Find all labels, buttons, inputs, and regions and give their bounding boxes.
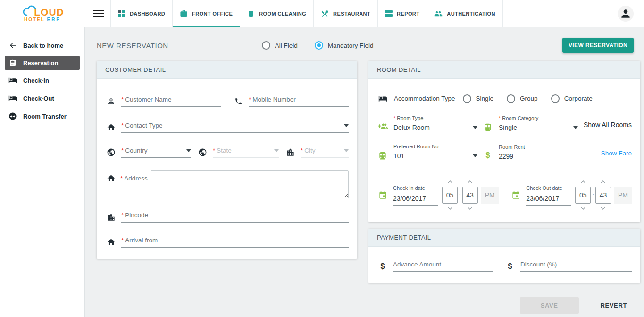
chevron-down-icon bbox=[573, 126, 578, 129]
tab-report[interactable]: REPORT bbox=[377, 0, 427, 27]
field-label: Room Category bbox=[502, 115, 538, 121]
group-add-icon bbox=[377, 121, 388, 131]
sidebar-item-check-out[interactable]: Check-Out bbox=[5, 91, 80, 106]
time-separator: : bbox=[592, 192, 594, 199]
trash-icon bbox=[247, 10, 255, 17]
show-all-rooms-link[interactable]: Show All Rooms bbox=[584, 121, 632, 129]
bed-icon bbox=[8, 76, 17, 85]
building-icon bbox=[105, 213, 117, 222]
sidebar-item-label: Back to home bbox=[23, 42, 63, 49]
dollar-icon: $ bbox=[482, 151, 493, 160]
checkin-minute-up-button[interactable] bbox=[466, 180, 474, 185]
accommodation-type-label: Accommodation Type bbox=[394, 95, 455, 102]
room-type-select[interactable]: Delux Room bbox=[393, 124, 477, 135]
show-fare-link[interactable]: Show Fare bbox=[601, 150, 632, 157]
checkout-minute-up-button[interactable] bbox=[599, 180, 607, 185]
checkin-hour-down-button[interactable] bbox=[446, 206, 454, 211]
tab-front-office[interactable]: FRONT OFFICE bbox=[172, 0, 240, 27]
checkin-date-label: Check In date bbox=[393, 185, 438, 191]
user-avatar[interactable] bbox=[618, 6, 634, 22]
checkout-hour-input[interactable]: 05 bbox=[575, 187, 591, 204]
revert-button[interactable]: REVERT bbox=[601, 302, 627, 309]
radio-group-type[interactable]: Group bbox=[507, 94, 538, 103]
checkin-minute-down-button[interactable] bbox=[466, 206, 474, 211]
time-separator: : bbox=[459, 192, 461, 199]
calendar-icon bbox=[377, 191, 388, 200]
tab-authentication[interactable]: AUTHENTICATION bbox=[427, 0, 503, 27]
radio-circle-icon bbox=[262, 41, 270, 50]
advance-amount-input[interactable]: Advance Amount bbox=[393, 261, 493, 272]
chevron-down-icon bbox=[473, 126, 477, 129]
address-textarea[interactable] bbox=[151, 170, 349, 198]
checkin-hour-input[interactable]: 05 bbox=[442, 187, 458, 204]
radio-all-field[interactable]: All Field bbox=[262, 41, 298, 50]
menu-hamburger-icon[interactable] bbox=[93, 9, 104, 18]
radio-single[interactable]: Single bbox=[463, 94, 494, 103]
discount-input[interactable]: Discount (%) bbox=[520, 261, 632, 272]
dollar-icon: $ bbox=[504, 262, 516, 271]
brand-logo[interactable]: LOUD HOTEL ERP bbox=[21, 5, 64, 22]
checkin-minute-input[interactable]: 43 bbox=[462, 187, 478, 204]
home-icon bbox=[105, 174, 117, 183]
field-placeholder: City bbox=[304, 147, 315, 154]
checkout-hour-down-button[interactable] bbox=[579, 206, 587, 211]
checkout-ampm-toggle[interactable]: PM bbox=[614, 187, 632, 204]
required-mark: * bbox=[121, 212, 124, 219]
radio-label: Group bbox=[520, 95, 538, 102]
checkout-datetime: Check Out date 23/06/2017 05 : bbox=[510, 180, 632, 211]
bed-icon bbox=[8, 94, 17, 103]
checkin-date-input[interactable]: 23/06/2017 bbox=[393, 194, 438, 206]
chevron-down-icon bbox=[274, 149, 279, 152]
contact-type-select[interactable]: *Contact Type bbox=[121, 122, 349, 133]
sidebar-back-to-home[interactable]: Back to home bbox=[5, 38, 80, 53]
required-mark: * bbox=[249, 96, 251, 103]
sidebar-item-reservation[interactable]: Reservation bbox=[5, 56, 80, 70]
field-placeholder: State bbox=[217, 147, 232, 154]
checkout-date-input[interactable]: 23/06/2017 bbox=[526, 194, 571, 206]
customer-detail-title: CUSTOMER DETAIL bbox=[97, 61, 357, 79]
checkout-minute-input[interactable]: 43 bbox=[595, 187, 611, 204]
preferred-room-select[interactable]: 101 bbox=[393, 152, 477, 163]
tab-label: FRONT OFFICE bbox=[192, 11, 233, 17]
checkin-ampm-toggle[interactable]: PM bbox=[481, 187, 499, 204]
left-sidebar: Back to home Reservation Check-In Check-… bbox=[0, 27, 85, 317]
mobile-number-input[interactable]: *Mobile Number bbox=[249, 96, 349, 107]
tab-room-cleaning[interactable]: ROOM CLEANING bbox=[240, 0, 313, 27]
sidebar-item-room-transfer[interactable]: Room Transfer bbox=[5, 109, 80, 124]
state-select-disabled: *State bbox=[213, 147, 279, 158]
checkout-hour-up-button[interactable] bbox=[579, 180, 587, 185]
form-actions: SAVE REVERT bbox=[368, 297, 640, 314]
clipboard-icon bbox=[8, 59, 17, 67]
field-placeholder: Mobile Number bbox=[252, 96, 296, 103]
radio-circle-icon bbox=[463, 94, 471, 103]
field-placeholder: Arrival from bbox=[125, 237, 158, 244]
dollar-icon: $ bbox=[377, 262, 388, 271]
field-placeholder: Contact Type bbox=[125, 122, 162, 129]
sidebar-item-label: Check-Out bbox=[23, 95, 54, 102]
room-rent-label: Room Rent bbox=[499, 144, 555, 150]
chevron-down-icon bbox=[344, 124, 349, 127]
customer-detail-card: CUSTOMER DETAIL *Customer Name *Mobile N… bbox=[97, 61, 357, 259]
radio-label: Corporate bbox=[564, 95, 593, 102]
view-reservation-button[interactable]: VIEW RESERVATION bbox=[562, 38, 634, 53]
dashboard-icon bbox=[118, 10, 125, 17]
tab-dashboard[interactable]: DASHBOARD bbox=[110, 0, 172, 27]
sidebar-item-check-in[interactable]: Check-In bbox=[5, 73, 80, 88]
required-mark: * bbox=[301, 147, 303, 154]
radio-mandatory-field[interactable]: Mandatory Field bbox=[315, 41, 374, 50]
preferred-room-label: Preferred Room No bbox=[393, 144, 477, 149]
required-mark: * bbox=[499, 115, 501, 121]
radio-corporate[interactable]: Corporate bbox=[551, 94, 593, 103]
pincode-input[interactable]: *Pincode bbox=[121, 212, 349, 223]
checkin-hour-up-button[interactable] bbox=[446, 180, 454, 185]
save-button[interactable]: SAVE bbox=[520, 297, 579, 314]
arrival-from-input[interactable]: *Arrival from bbox=[121, 237, 349, 248]
home-icon bbox=[105, 238, 117, 247]
room-category-select[interactable]: Single bbox=[499, 124, 578, 135]
logo-text-hotel: HOTEL bbox=[24, 17, 45, 22]
selected-value: Single bbox=[499, 124, 517, 131]
checkout-minute-down-button[interactable] bbox=[599, 206, 607, 211]
tab-restaurant[interactable]: RESTAURANT bbox=[313, 0, 377, 27]
country-select[interactable]: *Country bbox=[121, 147, 191, 158]
customer-name-input[interactable]: *Customer Name bbox=[121, 96, 221, 107]
